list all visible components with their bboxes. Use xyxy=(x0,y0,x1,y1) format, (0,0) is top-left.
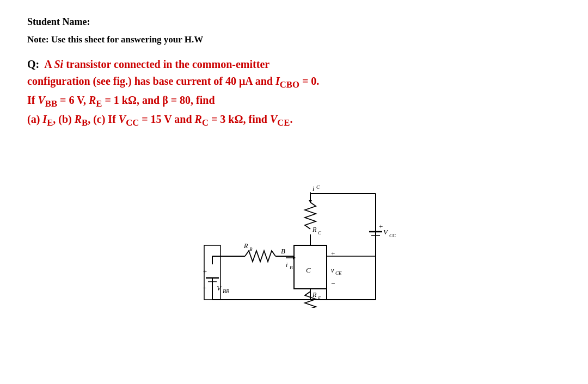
svg-text:−: − xyxy=(331,280,335,288)
svg-text:R: R xyxy=(243,242,248,250)
svg-text:V: V xyxy=(217,284,222,292)
svg-text:BB: BB xyxy=(223,288,229,294)
svg-text:R: R xyxy=(312,226,317,233)
svg-text:C: C xyxy=(318,230,322,236)
student-name-line: Student Name: xyxy=(27,16,561,28)
note-text: Note: Use this sheet for answering your … xyxy=(27,34,203,45)
svg-marker-29 xyxy=(309,200,312,203)
svg-text:C: C xyxy=(306,266,311,274)
question-block: Q: A Si transistor connected in the comm… xyxy=(27,56,561,129)
svg-text:B: B xyxy=(249,246,253,252)
svg-text:CC: CC xyxy=(389,233,396,238)
note-line: Note: Use this sheet for answering your … xyxy=(27,34,561,45)
svg-text:+: + xyxy=(379,222,383,231)
svg-text:CE: CE xyxy=(335,270,342,276)
circuit-svg: + − V BB R B B i B xyxy=(169,139,419,308)
svg-text:R: R xyxy=(312,291,317,299)
svg-text:V: V xyxy=(383,228,389,236)
svg-text:i: i xyxy=(313,185,314,193)
svg-text:E: E xyxy=(317,295,321,301)
svg-text:i: i xyxy=(286,261,287,269)
svg-text:B: B xyxy=(290,265,293,270)
svg-text:B: B xyxy=(281,247,285,255)
svg-text:C: C xyxy=(316,184,320,190)
svg-text:+: + xyxy=(203,268,207,276)
circuit-diagram: + − V BB R B B i B xyxy=(27,139,561,308)
svg-text:v: v xyxy=(331,267,334,274)
student-name-label: Student Name: xyxy=(27,16,90,27)
q-label: Q: xyxy=(27,58,44,70)
